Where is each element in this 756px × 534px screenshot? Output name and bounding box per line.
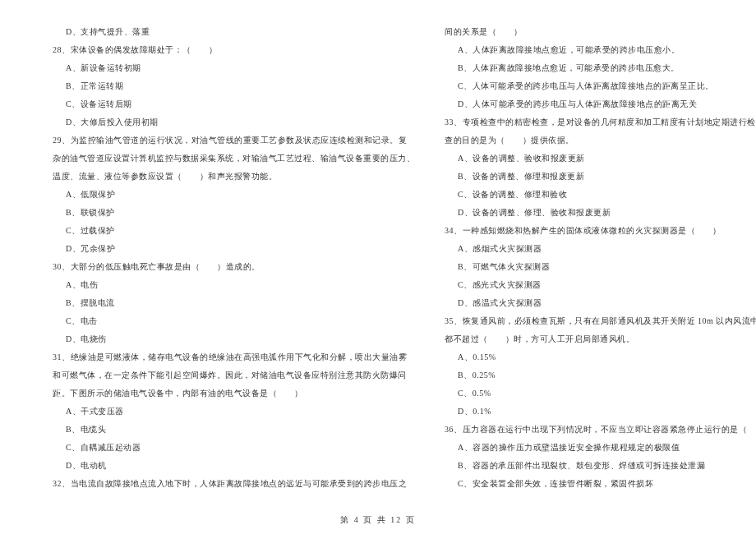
text-line: B、电缆头 bbox=[39, 421, 415, 439]
text-line: 都不超过（ ）时，方可人工开启局部通风机。 bbox=[431, 330, 756, 348]
left-column: D、支持气提升、落重28、宋体设备的偶发故障期处于：（ ）A、新设备运转初期B、… bbox=[39, 23, 415, 490]
text-line: 28、宋体设备的偶发故障期处于：（ ） bbox=[39, 41, 415, 59]
text-line: D、感温式火灾探测器 bbox=[431, 294, 756, 312]
text-line: B、0.25% bbox=[431, 366, 756, 384]
text-line: 31、绝缘油是可燃液体，储存电气设备的绝缘油在高强电弧作用下气化和分解，喷出大量… bbox=[39, 348, 415, 366]
text-line: A、干式变压器 bbox=[39, 403, 415, 421]
text-line: C、电击 bbox=[39, 312, 415, 330]
text-line: 查的目的是为（ ）提供依据。 bbox=[431, 131, 756, 150]
text-line: A、容器的操作压力或壁温接近安全操作规程规定的极限值 bbox=[431, 439, 756, 457]
text-line: B、容器的承压部件出现裂纹、鼓包变形、焊缝或可拆连接处泄漏 bbox=[431, 457, 756, 475]
text-line: C、设备的调整、修理和验收 bbox=[431, 186, 756, 204]
text-line: 温度、流量、液位等参数应设置（ ）和声光报警功能。 bbox=[39, 168, 415, 186]
text-line: 33、专项检查中的精密检查，是对设备的几何精度和加工精度有计划地定期进行检测，精… bbox=[431, 113, 756, 131]
text-line: 间的关系是（ ） bbox=[431, 23, 756, 41]
text-line: B、可燃气体火灾探测器 bbox=[431, 258, 756, 276]
text-line: D、支持气提升、落重 bbox=[39, 23, 415, 41]
text-line: B、摆脱电流 bbox=[39, 294, 415, 312]
text-line: 35、恢复通风前，必须检查瓦斯，只有在局部通风机及其开关附近 10m 以内风流中… bbox=[431, 312, 756, 330]
text-line: D、冗余保护 bbox=[39, 240, 415, 258]
text-line: 30、大部分的低压触电死亡事故是由（ ）造成的。 bbox=[39, 258, 415, 276]
text-line: B、设备的调整、修理和报废更新 bbox=[431, 168, 756, 186]
text-line: A、设备的调整、验收和报废更新 bbox=[431, 150, 756, 168]
text-line: D、0.1% bbox=[431, 403, 756, 421]
text-line: C、人体可能承受的跨步电压与人体距离故障接地点的距离呈正比。 bbox=[431, 77, 756, 95]
text-line: C、设备运转后期 bbox=[39, 95, 415, 113]
text-line: B、正常运转期 bbox=[39, 77, 415, 95]
text-line: C、过载保护 bbox=[39, 222, 415, 240]
text-line: 和可燃气体，在一定条件下能引起空间爆炸。因此，对储油电气设备应特别注意其防火防爆… bbox=[39, 366, 415, 384]
text-line: 32、当电流自故障接地点流入地下时，人体距离故障接地点的远近与可能承受到的跨步电… bbox=[39, 475, 415, 493]
text-line: A、低限保护 bbox=[39, 186, 415, 204]
text-line: A、0.15% bbox=[431, 348, 756, 366]
text-line: D、设备的调整、修理、验收和报废更新 bbox=[431, 204, 756, 222]
text-line: D、人体可能承受的跨步电压与人体距离故障接地点的距离无关 bbox=[431, 95, 756, 113]
text-line: A、人体距离故障接地点愈近，可能承受的跨步电压愈小。 bbox=[431, 41, 756, 59]
text-line: C、0.5% bbox=[431, 384, 756, 403]
text-line: 29、为监控输油气管道的运行状况，对油气管线的重要工艺参数及状态应连续检测和记录… bbox=[39, 131, 415, 150]
text-line: B、人体距离故障接地点愈近，可能承受的跨步电压愈大。 bbox=[431, 59, 756, 77]
text-line: C、感光式火灾探测器 bbox=[431, 276, 756, 294]
text-line: A、新设备运转初期 bbox=[39, 59, 415, 77]
text-line: 34、一种感知燃烧和热解产生的固体或液体微粒的火灾探测器是（ ） bbox=[431, 222, 756, 240]
text-line: 36、压力容器在运行中出现下列情况时，不应当立即让容器紧急停止运行的是（ ） bbox=[431, 421, 756, 439]
text-line: A、电伤 bbox=[39, 276, 415, 294]
document-page: D、支持气提升、落重28、宋体设备的偶发故障期处于：（ ）A、新设备运转初期B、… bbox=[0, 0, 756, 509]
text-line: 距。下图所示的储油电气设备中，内部有油的电气设备是（ ） bbox=[39, 384, 415, 403]
text-line: A、感烟式火灾探测器 bbox=[431, 240, 756, 258]
text-line: B、联锁保护 bbox=[39, 204, 415, 222]
page-footer: 第 4 页 共 12 页 bbox=[0, 514, 756, 526]
text-line: 杂的油气管道应设置计算机监控与数据采集系统，对输油气工艺过程、输油气设备重要的压… bbox=[39, 150, 415, 168]
text-line: D、电动机 bbox=[39, 457, 415, 475]
text-line: C、安全装置全部失效，连接管件断裂，紧固件损坏 bbox=[431, 475, 756, 493]
right-column: 间的关系是（ ）A、人体距离故障接地点愈近，可能承受的跨步电压愈小。B、人体距离… bbox=[431, 23, 756, 490]
text-line: C、自耦减压起动器 bbox=[39, 439, 415, 457]
text-line: D、电烧伤 bbox=[39, 330, 415, 348]
text-line: D、大修后投入使用初期 bbox=[39, 113, 415, 131]
